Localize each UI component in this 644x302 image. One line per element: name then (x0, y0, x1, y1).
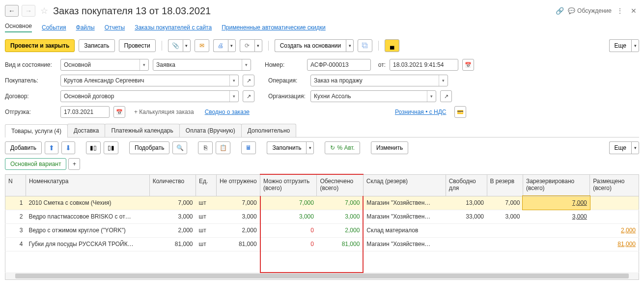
state-input[interactable]: Заявка▾ (153, 59, 251, 71)
calc-icon[interactable]: 🖩 (241, 141, 256, 154)
tab-events[interactable]: События (42, 24, 66, 31)
col-unit[interactable]: Ед. (196, 174, 217, 196)
scanner-icon[interactable]: ▯▮ (104, 141, 118, 154)
tab-main[interactable]: Основное (5, 23, 32, 32)
table-row[interactable]: 3 Ведро с отжимом круглое ("YORK") 2,000… (5, 223, 639, 237)
print-icon[interactable]: 🖨 (213, 39, 228, 52)
calendar-icon[interactable]: 📅 (113, 106, 125, 118)
open-ref-icon[interactable]: ↗ (243, 90, 254, 102)
fill-button[interactable]: Заполнить (267, 141, 306, 154)
selected-cell[interactable]: 7,000 (523, 196, 589, 210)
chevron-down-icon[interactable]: ▾ (427, 91, 436, 102)
col-secured[interactable]: Обеспечено (всего) (317, 174, 363, 196)
attach-dropdown[interactable]: ▾ (183, 39, 191, 52)
add-variant-button[interactable]: + (68, 158, 80, 170)
discussion-button[interactable]: 💬 Обсуждение (568, 7, 612, 14)
col-warehouse[interactable]: Склад (резерв) (363, 174, 446, 196)
summary-link[interactable]: Сводно о заказе (205, 109, 250, 115)
operation-input[interactable]: Заказ на продажу▾ (310, 75, 448, 86)
add-button[interactable]: Добавить (5, 141, 42, 154)
tab-reports[interactable]: Отчеты (105, 24, 125, 31)
save-button[interactable]: Записать (79, 39, 114, 52)
subtab-pay-calendar[interactable]: Платежный календарь (105, 124, 179, 137)
calc-link[interactable]: + Калькуляция заказа (134, 109, 194, 115)
contract-input[interactable]: Основной договор▾ (60, 90, 239, 102)
col-in-reserve[interactable]: В резерв (487, 174, 523, 196)
close-icon[interactable]: ✕ (628, 5, 639, 16)
structure-icon[interactable]: ⿻ (358, 39, 372, 52)
col-qty[interactable]: Количество (149, 174, 196, 196)
subtab-delivery[interactable]: Доставка (67, 124, 106, 137)
post-and-close-button[interactable]: Провести и закрыть (5, 39, 75, 52)
col-n[interactable]: N (5, 174, 26, 196)
copy-icon[interactable]: ⎘ (198, 141, 213, 154)
refresh-dropdown[interactable]: ▾ (254, 39, 262, 52)
more-menu-icon[interactable]: ⋮ (615, 5, 625, 16)
type-state-label: Вид и состояние: (5, 61, 56, 68)
pick-button[interactable]: Подобрать (129, 141, 169, 154)
move-down-button[interactable]: ⬇ (61, 141, 75, 154)
open-ref-icon[interactable]: ↗ (243, 75, 254, 86)
create-based-dropdown[interactable]: ▾ (346, 39, 354, 52)
ship-date-input[interactable]: 17.03.2021 (60, 106, 110, 118)
magnifier-icon[interactable]: 🔍 (172, 141, 187, 154)
more-dropdown[interactable]: ▾ (631, 39, 639, 52)
col-placed[interactable]: Размещено (всего) (590, 174, 639, 196)
forward-button[interactable]: → (22, 5, 35, 17)
more-button[interactable]: Еще (609, 39, 631, 52)
calendar-icon[interactable]: 📅 (462, 59, 474, 71)
chevron-down-icon[interactable]: ▾ (242, 59, 251, 70)
table-row[interactable]: 4 Губки для посуды РУССКАЯ ТРОЙК… 81,000… (5, 237, 639, 251)
scrollbar-thumb[interactable] (15, 274, 629, 278)
refresh-icon[interactable]: ⟳ (240, 39, 254, 52)
main-variant-button[interactable]: Основной вариант (5, 158, 66, 170)
chevron-down-icon[interactable]: ▾ (140, 59, 148, 70)
subtab-payment[interactable]: Оплата (Вручную) (179, 124, 242, 137)
mail-icon[interactable]: ✉ (195, 39, 209, 52)
col-can-ship[interactable]: Можно отгрузить (всего) (260, 174, 317, 196)
attach-icon[interactable]: 📎 (168, 39, 183, 52)
fill-dropdown[interactable]: ▾ (306, 141, 314, 154)
col-reserved[interactable]: Зарезервировано (всего) (523, 174, 589, 196)
chevron-down-icon[interactable]: ▾ (229, 91, 238, 102)
stamp-icon[interactable]: ▄ (385, 39, 399, 52)
col-nomen[interactable]: Номенклатура (26, 174, 149, 196)
table-more-button[interactable]: Еще (609, 141, 631, 154)
subtab-goods[interactable]: Товары, услуги (4) (5, 124, 68, 137)
back-button[interactable]: ← (5, 5, 19, 17)
change-button[interactable]: Изменить (371, 141, 408, 154)
contract-label: Договор: (5, 93, 56, 100)
paste-icon[interactable]: 📋 (216, 141, 230, 154)
col-free-for[interactable]: Свободно для (446, 174, 487, 196)
tab-auto-discounts[interactable]: Примененные автоматические скидки (222, 24, 326, 31)
tab-site-orders[interactable]: Заказы покупателей с сайта (135, 24, 212, 31)
number-label: Номер: (265, 61, 303, 68)
number-input[interactable]: АСФР-000013 (307, 59, 371, 71)
retail-vat-link[interactable]: Розничная • с НДС (395, 109, 447, 115)
buyer-input[interactable]: Крутов Александр Сергеевич▾ (60, 75, 239, 86)
chevron-down-icon[interactable]: ▾ (229, 75, 238, 86)
tab-files[interactable]: Файлы (76, 24, 95, 31)
create-based-button[interactable]: Создать на основании (275, 39, 346, 52)
barcode-icon[interactable]: ▮▯ (86, 141, 101, 154)
operation-label: Операция: (268, 77, 307, 84)
chevron-down-icon[interactable]: ▾ (439, 75, 448, 86)
buyer-label: Покупатель: (5, 77, 56, 84)
col-not-shipped[interactable]: Не отгружено (216, 174, 260, 196)
open-ref-icon[interactable]: ↗ (440, 90, 452, 102)
type-input[interactable]: Основной▾ (60, 59, 149, 71)
link-icon[interactable]: 🔗 (554, 5, 565, 16)
post-button[interactable]: Провести (119, 39, 156, 52)
org-input[interactable]: Кухни Ассоль▾ (310, 90, 436, 102)
table-more-dropdown[interactable]: ▾ (631, 141, 639, 154)
date-input[interactable]: 18.03.2021 9:41:54 (390, 59, 458, 71)
favorite-star-icon[interactable]: ☆ (38, 5, 50, 17)
table-row[interactable]: 2 Ведро пластмассовое BRISKO с от… 3,000… (5, 210, 639, 223)
horizontal-scrollbar[interactable] (5, 273, 639, 280)
table-row[interactable]: 1 2010 Сметка с совком (Чехия) 7,000 шт … (5, 196, 639, 210)
subtab-extra[interactable]: Дополнительно (241, 124, 296, 137)
print-dropdown[interactable]: ▾ (228, 39, 236, 52)
move-up-button[interactable]: ⬆ (45, 141, 58, 154)
auto-pct-button[interactable]: ↻% Авт. (325, 141, 360, 154)
card-icon[interactable]: 💳 (454, 106, 466, 118)
